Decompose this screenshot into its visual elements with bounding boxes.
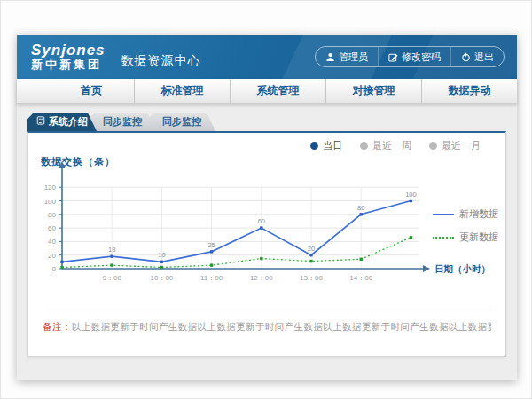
nav-item-home[interactable]: 首页	[49, 79, 134, 103]
svg-text:10：00: 10：00	[151, 274, 174, 282]
radio-dot-icon	[429, 142, 437, 150]
svg-text:60: 60	[48, 224, 56, 232]
admin-user-button[interactable]: 管理员	[316, 47, 378, 66]
top-header-bar: Synjones 新中新集团 数据资源中心 管理员 修改密码	[17, 35, 517, 79]
user-icon	[325, 52, 335, 62]
radio-last-week[interactable]: 最近一周	[360, 139, 411, 153]
note-prefix: 备注：	[43, 321, 72, 332]
line-chart: 9：0010：0011：0012：0013：0014：0002040608010…	[37, 160, 498, 294]
series-legend-item: 更新数据	[433, 231, 500, 244]
radio-dot-icon	[310, 142, 318, 150]
svg-text:9：00: 9：00	[103, 274, 122, 282]
legend-line-sample-dotted	[433, 237, 454, 239]
series-legend-item: 新增数据	[433, 207, 500, 221]
radio-dot-icon	[360, 142, 368, 150]
radio-last-month-label: 最近一月	[442, 139, 481, 153]
svg-text:100: 100	[405, 191, 417, 199]
svg-text:100: 100	[44, 198, 57, 206]
tab-label: 系统介绍	[49, 113, 88, 131]
tab-sync-monitor-1[interactable]: 同步监控	[89, 113, 156, 131]
tab-bar: 系统介绍 同步监控 同步监控	[27, 113, 215, 131]
nav-item-data-change[interactable]: 数据异动	[421, 79, 517, 103]
screen-background: Synjones 新中新集团 数据资源中心 管理员 修改密码	[0, 0, 532, 399]
app-window: Synjones 新中新集团 数据资源中心 管理员 修改密码	[17, 35, 517, 380]
svg-text:10: 10	[158, 251, 165, 259]
page-title: 数据资源中心	[121, 53, 201, 69]
svg-text:80: 80	[48, 211, 56, 219]
change-password-label: 修改密码	[402, 51, 441, 64]
power-icon	[461, 52, 471, 62]
nav-item-interface-mgmt[interactable]: 对接管理	[325, 79, 421, 103]
radio-last-month[interactable]: 最近一月	[429, 139, 481, 153]
nav-item-standard-mgmt[interactable]: 标准管理	[134, 79, 230, 103]
svg-text:25: 25	[207, 241, 215, 249]
main-nav-bar: 首页 标准管理 系统管理 对接管理 数据异动	[17, 79, 517, 104]
nav-item-system-mgmt[interactable]: 系统管理	[230, 79, 325, 103]
logo-text-en: Synjones	[31, 43, 106, 59]
radio-today-label: 当日	[323, 139, 342, 153]
footer-note: 备注：以上数据更新于时间产生数据以上数据更新于时间产生数据以上数据更新于时间产生…	[43, 309, 491, 333]
svg-text:11：00: 11：00	[200, 274, 223, 282]
svg-text:14：00: 14：00	[349, 274, 372, 282]
tab-label: 同步监控	[103, 113, 142, 131]
change-password-button[interactable]: 修改密码	[378, 47, 450, 66]
period-radio-group: 当日 最近一周 最近一月	[310, 139, 481, 153]
tab-system-intro[interactable]: 系统介绍	[27, 113, 97, 131]
svg-text:12：00: 12：00	[250, 274, 273, 282]
svg-text:60: 60	[258, 217, 265, 225]
legend-label-update-data: 更新数据	[459, 231, 498, 244]
admin-user-label: 管理员	[339, 51, 368, 64]
svg-text:120: 120	[44, 184, 57, 192]
svg-text:13：00: 13：00	[300, 274, 323, 282]
logout-label: 退出	[474, 51, 494, 64]
document-icon	[36, 113, 45, 131]
company-logo: Synjones 新中新集团	[31, 43, 106, 70]
tab-label: 同步监控	[162, 113, 201, 131]
svg-text:0: 0	[52, 265, 57, 273]
legend-label-new-data: 新增数据	[459, 207, 498, 221]
radio-last-week-label: 最近一周	[372, 139, 411, 153]
svg-text:日期（小时）: 日期（小时）	[434, 263, 490, 275]
svg-text:20: 20	[308, 245, 315, 253]
note-text: 以上数据更新于时间产生数据以上数据更新于时间产生数据以上数据更新于时间产生数据以…	[72, 321, 491, 332]
legend-line-sample-solid	[433, 214, 454, 215]
logout-button[interactable]: 退出	[450, 47, 504, 66]
svg-text:18: 18	[108, 246, 115, 254]
chart-panel: 当日 最近一周 最近一月 数据交换（条） 9：0010：0011：0012：00…	[27, 131, 506, 357]
svg-text:80: 80	[357, 204, 364, 212]
content-area: 系统介绍 同步监控 同步监控 当日 最近一周	[17, 104, 517, 380]
chart-legend: 新增数据 更新数据	[433, 207, 500, 244]
tab-sync-monitor-2[interactable]: 同步监控	[148, 113, 215, 131]
edit-icon	[388, 52, 398, 62]
logo-text-cn: 新中新集团	[31, 59, 106, 71]
chart-container: 9：0010：0011：0012：0013：0014：0002040608010…	[37, 160, 498, 294]
svg-text:20: 20	[48, 252, 56, 260]
user-actions-group: 管理员 修改密码 退出	[315, 46, 505, 67]
svg-text:40: 40	[48, 238, 56, 246]
radio-today[interactable]: 当日	[310, 139, 342, 153]
